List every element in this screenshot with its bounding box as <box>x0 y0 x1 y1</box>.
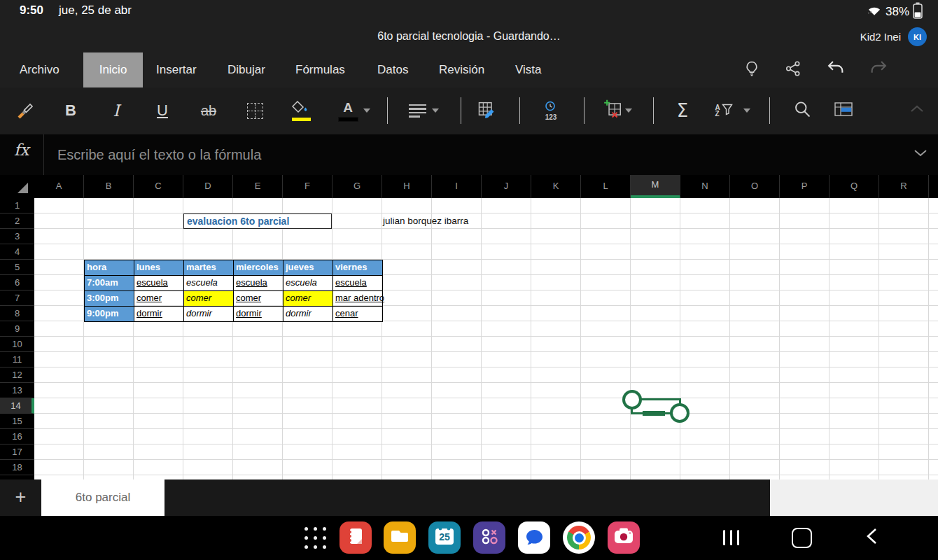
row-header[interactable]: 1 <box>0 198 34 214</box>
font-color-dropdown-icon[interactable] <box>363 108 370 113</box>
row-header[interactable]: 8 <box>0 306 34 321</box>
selection-handle-bottom-right[interactable] <box>670 403 690 423</box>
redo-button[interactable] <box>864 56 892 84</box>
schedule-time-cell[interactable]: 3:00pm <box>85 291 134 307</box>
cell-d2-title[interactable]: evaluacion 6to parcial <box>183 214 332 229</box>
schedule-cell[interactable]: escuela <box>284 276 333 291</box>
schedule-header-cell[interactable]: hora <box>85 260 134 276</box>
schedule-cell-highlighted[interactable]: comer <box>284 291 333 307</box>
schedule-time-cell[interactable]: 9:00pm <box>85 307 134 322</box>
ideas-button[interactable] <box>738 56 766 84</box>
schedule-cell[interactable]: comer <box>234 291 284 307</box>
tab-insertar[interactable]: Insertar <box>156 52 197 88</box>
back-button[interactable] <box>856 522 888 554</box>
schedule-cell[interactable]: dormir <box>234 307 284 322</box>
home-button[interactable] <box>785 522 818 554</box>
schedule-time-cell[interactable]: 7:00am <box>85 276 134 291</box>
schedule-cell[interactable]: escuela <box>234 276 284 291</box>
selection-handle-top-left[interactable] <box>622 390 642 410</box>
bold-button[interactable]: B <box>55 95 86 126</box>
samsung-notes-app[interactable] <box>340 522 372 554</box>
calendar-app[interactable]: 25 <box>428 522 461 554</box>
schedule-header-cell[interactable]: martes <box>184 260 234 276</box>
select-all-corner[interactable] <box>0 175 35 199</box>
camera-app[interactable] <box>608 522 640 554</box>
font-color-button[interactable]: A <box>332 95 363 126</box>
row-header[interactable]: 16 <box>0 429 34 444</box>
cell-selection-m14[interactable] <box>631 398 681 414</box>
schedule-cell[interactable]: cenar <box>333 307 383 322</box>
row-header[interactable]: 4 <box>0 244 34 260</box>
collapse-ribbon-button[interactable] <box>909 103 925 117</box>
column-header[interactable]: E <box>233 175 283 198</box>
row-header[interactable]: 7 <box>0 290 34 306</box>
app-drawer-button[interactable] <box>299 522 331 554</box>
schedule-cell-highlighted[interactable]: comer <box>184 291 234 307</box>
row-header[interactable]: 17 <box>0 444 34 460</box>
sheet-tab-6to-parcial[interactable]: 6to parcial <box>41 479 164 516</box>
row-header[interactable]: 5 <box>0 260 34 275</box>
row-header[interactable]: 10 <box>0 337 34 352</box>
cell-styles-button[interactable] <box>471 95 502 126</box>
tab-vista[interactable]: Vista <box>515 52 542 88</box>
undo-button[interactable] <box>822 56 850 84</box>
schedule-header-cell[interactable]: miercoles <box>234 260 284 276</box>
alignment-button[interactable] <box>402 95 433 126</box>
schedule-cell[interactable]: comer <box>134 291 184 307</box>
row-header[interactable]: 13 <box>0 383 34 398</box>
column-header[interactable]: A <box>34 175 84 198</box>
row-header[interactable]: 14 <box>0 398 34 414</box>
column-header[interactable]: L <box>581 175 631 198</box>
tab-revision[interactable]: Revisión <box>439 52 484 88</box>
column-header[interactable]: P <box>780 175 830 198</box>
column-header[interactable]: O <box>730 175 780 198</box>
number-format-button[interactable]: 123 <box>536 95 566 126</box>
column-header[interactable]: J <box>482 175 531 198</box>
italic-button[interactable]: I <box>101 95 132 126</box>
column-header[interactable]: G <box>332 175 382 198</box>
alignment-dropdown-icon[interactable] <box>432 108 439 113</box>
column-header[interactable]: I <box>432 175 482 198</box>
grid-canvas[interactable]: evaluacion 6to parcial julian borquez ib… <box>34 198 938 479</box>
fill-color-button[interactable] <box>286 95 316 126</box>
recents-button[interactable] <box>715 522 747 554</box>
schedule-cell[interactable]: mar adentro <box>333 291 383 307</box>
tab-datos[interactable]: Datos <box>377 52 408 88</box>
sort-filter-button[interactable]: AZ <box>708 95 739 126</box>
row-header[interactable]: 12 <box>0 368 34 383</box>
account-area[interactable]: Kid2 Inei KI <box>860 27 927 46</box>
column-header[interactable]: H <box>382 175 432 198</box>
tab-formulas[interactable]: Fórmulas <box>295 52 345 88</box>
sort-filter-dropdown-icon[interactable] <box>743 108 750 113</box>
formula-input[interactable] <box>56 134 885 175</box>
column-header[interactable]: M <box>631 175 680 198</box>
schedule-header-cell[interactable]: lunes <box>134 260 184 276</box>
row-header[interactable]: 6 <box>0 275 34 290</box>
expand-formula-button[interactable] <box>913 148 928 161</box>
underline-button[interactable]: U <box>147 95 178 126</box>
sheet-view-button[interactable] <box>828 95 859 126</box>
borders-button[interactable] <box>239 95 270 126</box>
row-header[interactable]: 15 <box>0 414 34 429</box>
row-header[interactable]: 9 <box>0 321 34 337</box>
column-header[interactable]: F <box>283 175 332 198</box>
insert-delete-dropdown-icon[interactable] <box>625 108 632 113</box>
format-painter-button[interactable] <box>10 95 41 126</box>
my-files-app[interactable] <box>384 522 416 554</box>
search-button[interactable] <box>787 95 818 126</box>
row-header[interactable]: 2 <box>0 214 34 229</box>
schedule-cell[interactable]: dormir <box>184 307 234 322</box>
schedule-cell[interactable]: escuela <box>333 276 383 291</box>
schedule-header-cell[interactable]: jueves <box>284 260 333 276</box>
schedule-cell[interactable]: dormir <box>134 307 184 322</box>
row-header[interactable]: 11 <box>0 352 34 368</box>
autosum-button[interactable]: Σ <box>667 95 698 126</box>
selection-fill-handle[interactable] <box>643 411 665 416</box>
messages-app[interactable] <box>518 522 550 554</box>
galaxy-store-app[interactable] <box>473 522 505 554</box>
cell-h2-author[interactable]: julian borquez ibarra <box>383 214 468 229</box>
column-header[interactable]: K <box>531 175 581 198</box>
tab-inicio[interactable]: Inicio <box>83 52 143 88</box>
schedule-header-cell[interactable]: viernes <box>333 260 383 276</box>
column-header[interactable]: D <box>183 175 233 198</box>
